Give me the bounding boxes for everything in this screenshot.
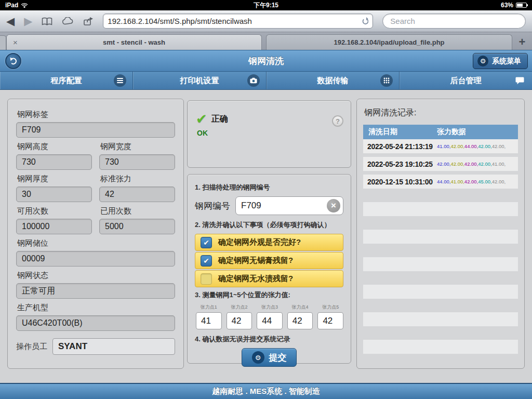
wash-form-panel: 1. 扫描待处理的钢网编号 钢网编号 × 2. 清洗并确认以下事项（必须每项打钩…	[187, 174, 351, 364]
check-label: 确定钢网外观是否完好?	[218, 237, 301, 247]
stencil-height-value: 730	[16, 154, 92, 170]
standard-tension-value: 42	[99, 187, 175, 202]
grid-icon	[380, 74, 393, 87]
checkbox-icon[interactable]: ✔	[201, 237, 212, 248]
empty-record-row	[363, 312, 518, 326]
page-title: 钢网清洗	[0, 55, 532, 67]
checkbox-icon[interactable]: ✔	[201, 255, 212, 267]
step3-label: 3. 测量钢网1~5个位置的张力值:	[195, 290, 343, 300]
nav-item-admin[interactable]: 后台管理	[400, 72, 532, 89]
tab-stub	[0, 35, 6, 50]
field-label: 钢网高度	[17, 142, 92, 152]
browser-forward-button[interactable]: ▶	[24, 16, 32, 26]
url-text[interactable]: 192.168.2.104/smt/S.php/smt/stencilwash	[108, 17, 361, 25]
check-item-water-stain[interactable]: ✔ 确定钢网无水渍残留?	[195, 270, 343, 287]
tension-input-2[interactable]	[227, 312, 252, 329]
record-tension-values: 41.0042.0044.0042.0042.00	[437, 143, 518, 149]
tension-input-4[interactable]	[287, 312, 313, 329]
tension-point-label: 张力点4	[287, 304, 313, 311]
tension-input-3[interactable]	[257, 312, 283, 329]
app-header: 钢网清洗 ⚙ 系统菜单	[0, 50, 532, 71]
field-label: 钢网储位	[17, 238, 175, 248]
tension-point-label: 张力点3	[257, 304, 283, 311]
step4-label: 4. 确认数据无误并提交系统记录	[195, 335, 343, 344]
submit-label: 提交	[269, 352, 287, 364]
empty-record-row	[363, 202, 518, 216]
field-label: 钢网厚度	[17, 174, 92, 184]
nav-item-data-transfer[interactable]: 数据传输	[267, 72, 400, 89]
tab-bar: × smt - stencil - wash 192.168.2.104/ipa…	[0, 32, 532, 50]
record-row[interactable]: 2020-12-15 10:31:00 44.0041.0042.0045.00…	[363, 175, 518, 189]
used-count-value: 5000	[99, 219, 175, 234]
empty-record-row	[363, 285, 518, 299]
record-row[interactable]: 2022-05-24 21:13:19 41.0042.0044.0042.00…	[363, 139, 518, 153]
records-table: 清洗日期 张力数据 2022-05-24 21:13:19 41.0042.00…	[363, 125, 518, 354]
nav-label: 程序配置	[51, 76, 82, 86]
nav-item-program-config[interactable]: 程序配置	[0, 72, 133, 89]
tension-input-5[interactable]	[317, 312, 343, 329]
bookmarks-icon[interactable]	[42, 17, 52, 25]
status-message: OK	[197, 129, 342, 137]
record-date: 2022-05-24 21:13:19	[363, 142, 437, 151]
tab-title: 192.168.2.104/ipad/upload_file.php	[334, 38, 444, 46]
app-footer: 越南耐思 . MES系统 . 智能制造	[0, 383, 532, 399]
browser-back-button[interactable]: ◀	[6, 16, 15, 26]
storage-slot-value: 00009	[16, 251, 175, 267]
icloud-tabs-icon[interactable]	[62, 17, 74, 25]
stencil-status-value: 正常可用	[16, 283, 175, 299]
reload-icon[interactable]	[361, 17, 368, 25]
system-menu-button[interactable]: ⚙ 系统菜单	[473, 53, 528, 69]
new-tab-button[interactable]: +	[512, 34, 532, 50]
check-item-solder-paste[interactable]: ✔ 确定钢网无锡膏残留?	[195, 252, 343, 269]
system-menu-label: 系统菜单	[492, 57, 521, 66]
status-title: 正确	[211, 114, 228, 125]
field-label: 标准张力	[100, 174, 175, 184]
tab-close-icon[interactable]: ×	[13, 38, 18, 47]
app-nav: 程序配置 打印机设置 数据传输 后	[0, 71, 532, 90]
check-label: 确定钢网无锡膏残留?	[218, 256, 293, 265]
field-label: 已用次数	[100, 206, 175, 216]
nav-label: 数据传输	[317, 76, 348, 86]
clock: 下午9:15	[0, 1, 532, 10]
browser-toolbar: ◀ ▶ 192.168.2.104/smt/S.php/smt/stencilw…	[0, 10, 532, 32]
record-tension-values: 44.0041.0042.0045.0042.00	[437, 179, 518, 184]
nav-item-printer-settings[interactable]: 打印机设置	[133, 72, 266, 89]
success-check-icon: ✔	[196, 112, 207, 126]
stencil-number-label: 钢网编号	[195, 200, 230, 212]
record-row[interactable]: 2022-05-23 19:10:25 42.0042.0042.0042.00…	[363, 157, 518, 171]
field-label: 钢网状态	[17, 271, 175, 281]
operator-label: 操作员工	[16, 342, 47, 352]
search-field[interactable]	[382, 14, 526, 29]
tension-point-label: 张力点2	[227, 304, 252, 311]
url-field[interactable]: 192.168.2.104/smt/S.php/smt/stencilwash	[103, 14, 373, 29]
nav-label: 后台管理	[450, 76, 481, 86]
record-date: 2022-05-23 19:10:25	[363, 160, 437, 168]
clear-input-icon[interactable]: ×	[327, 199, 340, 212]
submit-button[interactable]: ⚙ 提交	[242, 348, 297, 367]
tab-stencil-wash[interactable]: × smt - stencil - wash	[6, 34, 262, 50]
empty-record-row	[363, 257, 518, 271]
empty-record-row	[363, 340, 518, 354]
field-label: 生产机型	[17, 303, 175, 313]
ios-status-bar: iPad 下午9:15 63%	[0, 0, 532, 10]
field-label: 钢网标签	[17, 110, 175, 119]
machine-model-value: U46C420T00(B)	[16, 315, 175, 331]
footer-text: 越南耐思 . MES系统 . 智能制造	[212, 387, 320, 396]
search-input[interactable]	[390, 17, 518, 25]
share-icon[interactable]	[83, 17, 94, 26]
help-icon[interactable]: ?	[332, 115, 343, 127]
records-title: 钢网清洗记录:	[364, 108, 518, 118]
field-label: 可用次数	[17, 206, 92, 216]
column-header-tension: 张力数据	[437, 127, 518, 137]
scan-status-box: ✔ 正确 OK ?	[187, 100, 351, 168]
tension-input-1[interactable]	[196, 312, 222, 329]
check-item-appearance[interactable]: ✔ 确定钢网外观是否完好?	[195, 234, 343, 251]
operator-input[interactable]	[52, 338, 175, 355]
record-date: 2020-12-15 10:31:00	[363, 178, 437, 186]
nav-label: 打印机设置	[180, 76, 219, 86]
tab-upload-file[interactable]: 192.168.2.104/ipad/upload_file.php	[266, 34, 512, 50]
field-label: 钢网宽度	[100, 142, 175, 152]
menu-lines-icon	[114, 74, 126, 87]
checkbox-icon[interactable]: ✔	[201, 273, 212, 285]
gear-icon: ⚙	[252, 351, 264, 364]
